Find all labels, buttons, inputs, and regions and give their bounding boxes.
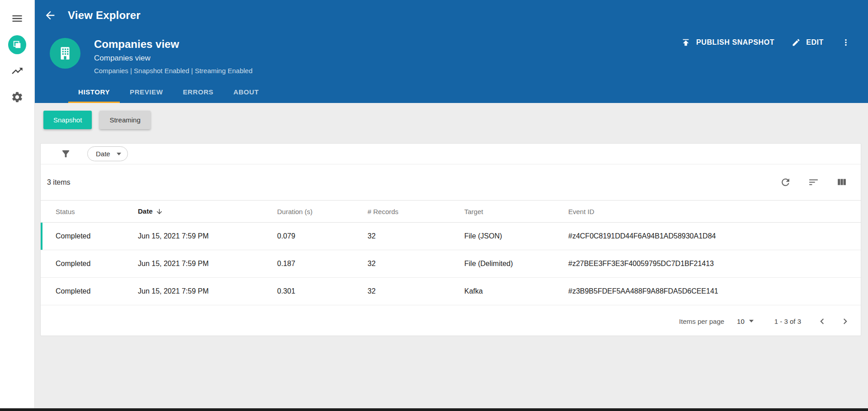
table-row[interactable]: Completed Jun 15, 2021 7:59 PM 0.079 32 … xyxy=(41,223,861,250)
cell-duration: 0.079 xyxy=(277,223,368,250)
tab-about[interactable]: ABOUT xyxy=(223,82,269,103)
sort-desc-arrow-icon xyxy=(156,208,163,215)
cell-records: 32 xyxy=(368,250,464,278)
company-avatar xyxy=(50,38,80,69)
app-window: View Explorer Companies vie xyxy=(0,0,868,408)
tab-errors[interactable]: ERRORS xyxy=(173,82,223,103)
pagination-bar: Items per page 10 1 - 3 of 3 xyxy=(41,305,861,337)
trending-chart-icon[interactable] xyxy=(8,62,26,80)
history-card: Date 3 items xyxy=(40,143,861,336)
cell-status: Completed xyxy=(41,223,138,250)
edit-label: EDIT xyxy=(806,38,824,47)
pencil-icon xyxy=(792,38,801,47)
cell-duration: 0.187 xyxy=(277,250,368,278)
column-header-duration[interactable]: Duration (s) xyxy=(277,201,368,223)
tab-history[interactable]: HISTORY xyxy=(68,82,120,103)
chevron-down-icon xyxy=(749,320,754,322)
entity-meta: Companies | Snapshot Enabled | Streaming… xyxy=(94,67,253,75)
cell-event-id: #z3B9B5FDEF5AA488F9A88FDA5D6CEE141 xyxy=(568,278,861,305)
refresh-icon[interactable] xyxy=(780,177,791,188)
header-actions: PUBLISH SNAPSHOT EDIT xyxy=(681,33,851,52)
publish-snapshot-button[interactable]: PUBLISH SNAPSHOT xyxy=(681,37,774,47)
top-bar: View Explorer xyxy=(44,9,141,22)
table-tools xyxy=(780,177,847,188)
publish-snapshot-label: PUBLISH SNAPSHOT xyxy=(696,38,774,47)
settings-gear-icon[interactable] xyxy=(8,88,26,106)
tab-preview[interactable]: PREVIEW xyxy=(120,82,173,103)
previous-page-icon[interactable] xyxy=(816,316,828,327)
items-per-page-value: 10 xyxy=(737,318,745,325)
cell-target: Kafka xyxy=(464,278,568,305)
date-filter-chip[interactable]: Date xyxy=(87,146,128,161)
cell-target: File (Delimited) xyxy=(464,250,568,278)
cell-status: Completed xyxy=(41,250,138,278)
horizontal-scrollbar[interactable] xyxy=(0,408,868,411)
column-header-records[interactable]: # Records xyxy=(368,201,464,223)
history-table: Status Date Duration (s) # Records Targe… xyxy=(41,200,861,305)
entity-subtitle: Companies view xyxy=(94,54,253,63)
filter-funnel-icon[interactable] xyxy=(61,149,71,159)
table-header-row: Status Date Duration (s) # Records Targe… xyxy=(41,201,861,223)
cell-duration: 0.301 xyxy=(277,278,368,305)
edit-button[interactable]: EDIT xyxy=(792,38,824,47)
app-logo-circle xyxy=(8,35,26,54)
cell-target: File (JSON) xyxy=(464,223,568,250)
cell-event-id: #z4CF0C8191DD44F6A94B1AD58930A1D84 xyxy=(568,223,861,250)
cell-date: Jun 15, 2021 7:59 PM xyxy=(138,278,277,305)
filter-bar: Date xyxy=(41,144,861,164)
column-header-event-id[interactable]: Event ID xyxy=(568,201,861,223)
building-icon xyxy=(57,45,74,62)
items-count: 3 items xyxy=(47,178,71,187)
cell-date: Jun 15, 2021 7:59 PM xyxy=(138,223,277,250)
table-row[interactable]: Completed Jun 15, 2021 7:59 PM 0.187 32 … xyxy=(41,250,861,278)
date-filter-label: Date xyxy=(96,150,110,158)
column-header-status[interactable]: Status xyxy=(41,201,138,223)
cell-records: 32 xyxy=(368,278,464,305)
chevron-down-icon xyxy=(117,153,121,155)
entity-title: Companies view xyxy=(94,38,253,51)
overflow-menu-icon[interactable] xyxy=(841,37,851,47)
main-column: View Explorer Companies vie xyxy=(35,0,868,408)
cell-status: Completed xyxy=(41,278,138,305)
columns-icon[interactable] xyxy=(836,177,847,188)
sort-icon[interactable] xyxy=(808,177,819,188)
column-header-date[interactable]: Date xyxy=(138,201,277,223)
snapshot-toggle-button[interactable]: Snapshot xyxy=(43,111,92,129)
items-per-page-select[interactable]: 10 xyxy=(737,318,754,325)
tab-bar: HISTORY PREVIEW ERRORS ABOUT xyxy=(68,82,269,103)
column-header-target[interactable]: Target xyxy=(464,201,568,223)
cell-date: Jun 15, 2021 7:59 PM xyxy=(138,250,277,278)
back-arrow-icon[interactable] xyxy=(44,9,57,22)
left-icon-rail xyxy=(0,0,35,408)
pagination-range: 1 - 3 of 3 xyxy=(774,318,801,325)
app-logo-icon[interactable] xyxy=(8,36,26,54)
table-row[interactable]: Completed Jun 15, 2021 7:59 PM 0.301 32 … xyxy=(41,278,861,305)
entity-summary: Companies view Companies view Companies … xyxy=(50,38,253,75)
items-per-page-label: Items per page xyxy=(679,318,724,325)
page-title: View Explorer xyxy=(68,9,141,22)
streaming-toggle-button[interactable]: Streaming xyxy=(99,111,150,129)
publish-icon xyxy=(681,37,691,47)
cell-event-id: #z27BEE3FF3E3F40059795DC7D1BF21413 xyxy=(568,250,861,278)
table-summary-bar: 3 items xyxy=(41,164,861,200)
entity-text: Companies view Companies view Companies … xyxy=(94,38,253,75)
content-area: Snapshot Streaming Date 3 items xyxy=(35,103,868,408)
cell-records: 32 xyxy=(368,223,464,250)
next-page-icon[interactable] xyxy=(840,316,851,327)
menu-icon[interactable] xyxy=(8,9,26,28)
page-header: View Explorer Companies vie xyxy=(35,0,868,103)
mode-toggles: Snapshot Streaming xyxy=(43,111,861,129)
